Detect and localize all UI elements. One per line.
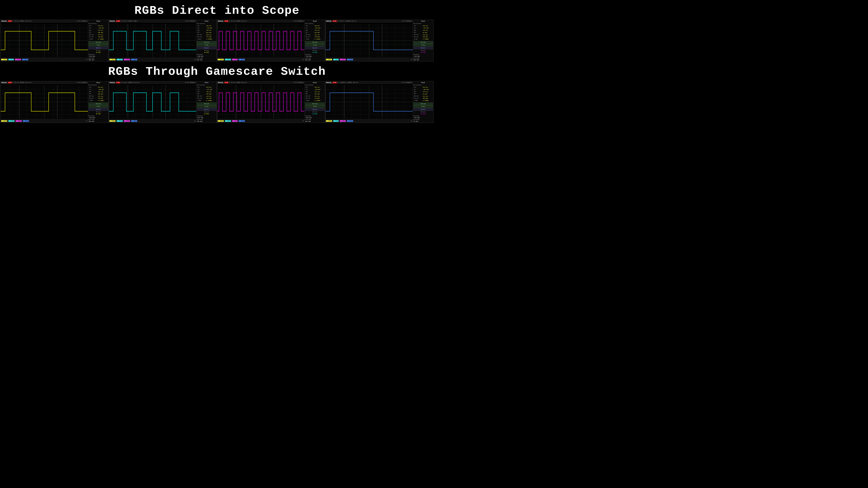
h-scale: H 10.0us xyxy=(121,82,127,84)
select-btn[interactable]: Select xyxy=(305,47,324,49)
trigger-time: D 673.400000us xyxy=(185,20,195,22)
period-btn[interactable]: Period xyxy=(413,41,433,43)
page-title-2: RGBs Through Gamescare Switch xyxy=(0,62,434,80)
channel-label-2: 2 125mV xyxy=(225,120,231,122)
channel-indicator: ◄ CH1 xyxy=(197,113,216,115)
sidebar-horizontal: Horizontal xyxy=(197,84,216,86)
cursor-b-label: CursorB xyxy=(89,119,108,121)
memory: 60.0k pts xyxy=(25,20,32,22)
sidebar-mode: Mode xyxy=(413,82,433,84)
scope-top-scope-2: RIGOL STOP H 20.0us 500MSa 10Mpts D 673.… xyxy=(109,20,217,61)
cursor-a-value: -238.5mV xyxy=(197,56,216,57)
channel-label-1: 1 100mV xyxy=(326,59,332,60)
select-btn[interactable]: Select xyxy=(89,47,108,49)
stop-badge: STOP xyxy=(224,82,228,84)
sample-rate: 500MSa xyxy=(128,82,133,84)
scope-bot-scope-3: RIGOL STOP H 10.0us 600MSa 10k pts D 673… xyxy=(217,81,325,123)
freq-btn[interactable]: Freq xyxy=(197,44,216,46)
source-label: Source xyxy=(413,111,433,113)
sample-rate: 500MSa xyxy=(20,20,24,22)
freq-btn[interactable]: Freq xyxy=(197,105,216,108)
memory: 10Mpts xyxy=(133,20,138,22)
select-btn[interactable]: Select xyxy=(89,108,108,111)
period-btn[interactable]: Period xyxy=(413,103,433,105)
channel-label-2: 2 17mV xyxy=(333,120,339,122)
memory: 10k pts xyxy=(241,20,247,22)
freq-btn[interactable]: Freq xyxy=(413,105,433,108)
select-btn[interactable]: Select xyxy=(305,108,324,111)
sidebar-horizontal: Horizontal xyxy=(305,84,324,86)
cursor-b-value: 508.0mV xyxy=(89,59,108,61)
cursor-a-value: -256.0mV xyxy=(305,117,324,119)
cursor-b-label: CursorB xyxy=(413,119,433,121)
cursor-ab-label: CursorAB xyxy=(197,123,216,123)
scope-bottom-bar: 1 200mV2 11mV3 200mV4 200mV ◄► xyxy=(1,58,88,61)
period-btn[interactable]: Period xyxy=(89,103,108,105)
cursor-b-value: 400.0mV xyxy=(413,59,433,61)
trigger-time: D 673.400000us xyxy=(293,20,304,22)
channel-label-2: 2 125mV xyxy=(225,59,231,60)
cursor-a-label: CursorA xyxy=(89,54,108,55)
channel-label-3: 3 200mV xyxy=(16,120,22,122)
cursor-b-value: 48.0mV xyxy=(413,121,433,122)
cursor-a-value: -248.0mV xyxy=(305,56,324,57)
scope-bottom-bar: 1 100mV2 125mV3 25mV4 200mV ◄► xyxy=(217,119,305,123)
channel-label-4: 4 200mV xyxy=(347,120,353,122)
select-btn[interactable]: Select xyxy=(413,108,433,111)
channel-label-3: 3 25mV xyxy=(232,120,238,122)
rigol-logo: RIGOL xyxy=(1,82,7,84)
select-btn[interactable]: Select xyxy=(413,47,433,49)
scope-top-scope-3: RIGOL STOP H 10.0us 600MSa 10k pts D 673… xyxy=(217,20,325,61)
scope-bottom-bar: 1 100mV2 17mV3 100mV4 200mV ◄► xyxy=(326,119,413,123)
channel-label-3: 3 200mV xyxy=(15,59,21,60)
h-scale: H 10.0us xyxy=(13,20,19,22)
h-scale: H 10.0us xyxy=(338,20,344,22)
sidebar-horizontal: Horizontal xyxy=(413,84,433,86)
scope-bot-scope-1: RIGOL STOP H 10.0us 500MSa 60.0k pts D 6… xyxy=(0,81,109,123)
sidebar-mode: Mode xyxy=(305,20,324,22)
memory: 10k pts xyxy=(353,82,358,84)
channel-label-1: 1 200mV xyxy=(1,59,7,60)
rigol-logo: RIGOL xyxy=(218,20,223,22)
cursor-a-label: CursorA xyxy=(89,115,108,117)
period-btn[interactable]: Period xyxy=(197,41,216,43)
channel-label-2: 2 225mV xyxy=(117,59,123,60)
sample-rate: 500MSa xyxy=(20,82,24,84)
bottom-scopes-row: RIGOL STOP H 10.0us 500MSa 60.0k pts D 6… xyxy=(0,81,434,123)
period-btn[interactable]: Period xyxy=(89,41,108,43)
channel-label-2: 2 11mV xyxy=(333,59,339,60)
cursor-b-value: 492.0mV xyxy=(305,121,324,122)
cursor-ab-label: CursorAB xyxy=(197,61,216,61)
sidebar-horizontal: Horizontal xyxy=(197,23,216,24)
stop-badge: STOP xyxy=(116,20,120,22)
channel-label-1: 1 200mV xyxy=(1,120,7,122)
sidebar-mode: Mode xyxy=(89,20,108,22)
stop-badge: STOP xyxy=(116,82,120,84)
cursor-b-label: CursorB xyxy=(413,57,433,59)
cursor-a-value: -352.0mV xyxy=(413,117,433,119)
period-btn[interactable]: Period xyxy=(305,41,324,43)
channel-indicator: ◄ CH2 xyxy=(305,113,324,115)
channel-label-1: 1 100mV xyxy=(326,120,332,122)
select-btn[interactable]: Select xyxy=(197,108,216,111)
h-scale: H 10.0us xyxy=(13,82,19,84)
cursor-b-value: 500.0mV xyxy=(89,121,108,122)
freq-btn[interactable]: Freq xyxy=(89,105,108,108)
freq-btn[interactable]: Freq xyxy=(89,44,108,46)
cursor-ab-label: CursorAB xyxy=(413,61,433,61)
select-btn[interactable]: Select xyxy=(197,47,216,49)
channel-indicator: ◄ CH1 xyxy=(89,113,108,115)
freq-btn[interactable]: Freq xyxy=(305,44,324,46)
channel-label-3: 3 25mV xyxy=(232,59,238,60)
scope-bottom-bar: 1 100mV2 225mV3 200mV4 200mV ◄► xyxy=(109,119,196,123)
channel-label-3: 3 200mV xyxy=(124,59,130,60)
period-btn[interactable]: Period xyxy=(305,103,324,105)
channel-label-4: 4 200mV xyxy=(131,59,137,60)
period-btn[interactable]: Period xyxy=(197,103,216,105)
cursor-a-label: CursorA xyxy=(197,54,216,55)
freq-btn[interactable]: Freq xyxy=(305,105,324,108)
freq-btn[interactable]: Freq xyxy=(413,44,433,46)
cursor-b-value: 500.0mV xyxy=(305,59,324,61)
channel-label-4: 4 200mV xyxy=(347,59,353,60)
channel-indicator: ◄ CH2 xyxy=(305,52,324,53)
